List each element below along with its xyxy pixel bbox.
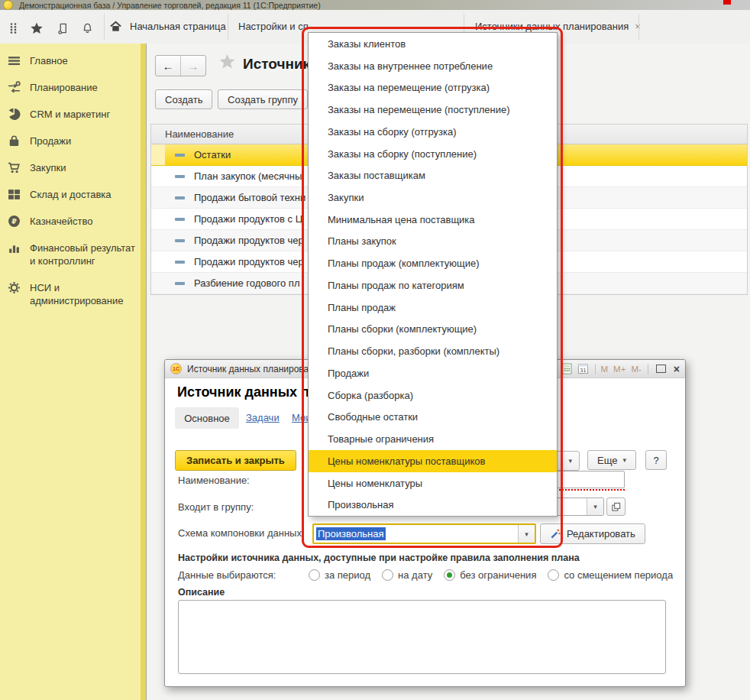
home-icon xyxy=(108,19,123,34)
ruble-icon: ₽ xyxy=(8,215,21,228)
dialog-tab-main[interactable]: Основное xyxy=(175,407,239,429)
titlebar-separator xyxy=(648,364,648,374)
calculator-icon[interactable] xyxy=(562,363,572,374)
radio-label: на дату xyxy=(398,569,432,581)
dropdown-item-label: Планы продаж (комплектующие) xyxy=(328,258,480,269)
dropdown-item[interactable]: Цены номенклатуры поставщиков xyxy=(309,450,557,472)
warehouse-icon xyxy=(8,188,21,201)
chevron-down-icon: ▾ xyxy=(622,456,626,464)
dropdown-item[interactable]: Цены номенклатуры xyxy=(309,472,557,494)
main-menu-button[interactable] xyxy=(3,0,13,10)
dropdown-item[interactable]: Заказы на сборку (отгрузка) xyxy=(309,121,557,143)
more-button[interactable]: Еще ▾ xyxy=(587,450,636,470)
tab-home[interactable]: Начальная страница xyxy=(108,10,226,43)
save-and-close-button[interactable]: Записать и закрыть xyxy=(175,450,296,471)
name-field-label: Наименование: xyxy=(178,475,250,486)
back-arrow-icon[interactable]: ← xyxy=(156,56,181,76)
dropdown-item[interactable]: Планы продаж xyxy=(309,297,557,319)
dialog-header: Источник данных пл xyxy=(177,384,318,400)
edit-button[interactable]: Редактировать xyxy=(540,523,645,544)
sidebar-item[interactable]: Главное xyxy=(0,47,141,74)
dropdown-item[interactable]: Продажи xyxy=(309,362,557,384)
tab-home-label: Начальная страница xyxy=(130,21,226,32)
help-button[interactable]: ? xyxy=(645,450,667,470)
sidebar-item[interactable]: Продажи xyxy=(0,128,141,154)
planning-icon xyxy=(8,81,21,94)
sidebar-item[interactable]: Планирование xyxy=(0,74,141,101)
choose-from-list-button[interactable] xyxy=(606,497,626,516)
dialog-tab-tasks[interactable]: Задачи xyxy=(246,412,280,423)
page-favorite-star-icon[interactable] xyxy=(218,53,236,73)
dropdown-item[interactable]: Заказы на перемещение (отгрузка) xyxy=(309,76,557,99)
calc-m-button[interactable]: M xyxy=(601,365,609,374)
close-icon[interactable]: × xyxy=(674,363,680,375)
dropdown-item[interactable]: Планы закупок xyxy=(309,231,557,253)
dropdown-item[interactable]: Заказы поставщикам xyxy=(309,164,557,186)
description-textarea[interactable] xyxy=(178,600,666,674)
row-label: Продажи бытовой техни xyxy=(194,192,305,203)
sidebar-item-label: Продажи xyxy=(30,134,137,147)
radio-circle-icon xyxy=(382,569,393,581)
calc-m-plus-button[interactable]: M+ xyxy=(613,365,626,374)
radio-option[interactable]: на дату xyxy=(382,569,432,581)
dropdown-item-label: Произвольная xyxy=(328,499,394,510)
create-group-button[interactable]: Создать группу xyxy=(218,89,308,109)
sidebar-item[interactable]: CRM и маркетинг xyxy=(0,101,141,128)
favorites-star-icon[interactable] xyxy=(29,21,44,36)
dropdown-item[interactable]: Планы сборки, разборки (комплекты) xyxy=(309,340,557,362)
chart-icon xyxy=(8,241,21,254)
sidebar-item-label: CRM и маркетинг xyxy=(30,108,137,121)
element-icon xyxy=(165,154,194,157)
dropdown-item[interactable]: Произвольная xyxy=(309,494,557,516)
row-indent xyxy=(151,166,165,186)
chevron-down-icon[interactable]: ▾ xyxy=(587,498,603,515)
calc-m-minus-button[interactable]: M- xyxy=(631,365,641,374)
dropdown-item[interactable]: Товарные ограничения xyxy=(309,428,557,450)
dropdown-item[interactable]: Планы продаж (комплектующие) xyxy=(309,252,557,274)
notifications-bell-icon[interactable] xyxy=(79,21,95,36)
more-button-label: Еще xyxy=(597,455,617,466)
sidebar-item[interactable]: НСИ и администрирование xyxy=(0,274,141,314)
sidebar-scroll-strip[interactable] xyxy=(141,44,146,700)
radio-option[interactable]: без ограничения xyxy=(444,569,536,581)
dropdown-item-label: Заказы поставщикам xyxy=(328,170,425,181)
element-icon xyxy=(165,239,194,242)
dropdown-item-label: Продажи xyxy=(328,368,369,379)
radio-option[interactable]: за период xyxy=(309,569,370,581)
dropdown-list: Заказы клиентов Заказы на внутреннее пот… xyxy=(308,32,558,517)
dropdown-item[interactable]: Заказы клиентов xyxy=(309,33,557,55)
edit-button-label: Редактировать xyxy=(567,528,635,540)
toolbar-separator xyxy=(104,14,105,40)
sidebar-item[interactable]: Закупки xyxy=(0,154,141,181)
dropdown-item[interactable]: Заказы на перемещение (поступление) xyxy=(309,99,557,121)
sidebar-item[interactable]: Склад и доставка xyxy=(0,181,141,208)
dropdown-item[interactable]: Планы продаж по категориям xyxy=(309,274,557,297)
row-label: Продажи продуктов чер xyxy=(194,235,304,246)
schema-combobox[interactable]: Произвольная ▾ xyxy=(312,523,536,544)
radio-option[interactable]: со смещением периода xyxy=(548,569,673,581)
tab-sources-label: Источники данных планирования xyxy=(475,21,629,32)
tab-settings[interactable]: Настройки и сп xyxy=(238,10,309,43)
dropdown-item[interactable]: Закупки xyxy=(309,186,557,209)
settings-section-header: Настройки источника данных, доступные пр… xyxy=(178,553,580,563)
calendar-icon[interactable]: 31 xyxy=(577,363,589,374)
row-indent xyxy=(151,187,165,208)
maximize-icon[interactable] xyxy=(656,365,666,373)
dropdown-item[interactable]: Заказы на внутреннее потребление xyxy=(309,55,557,77)
dropdown-item[interactable]: Планы сборки (комплектующие) xyxy=(309,319,557,341)
dropdown-item-label: Заказы на перемещение (поступление) xyxy=(328,104,510,115)
dropdown-item[interactable]: Сборка (разборка) xyxy=(309,384,557,407)
chevron-down-icon[interactable]: ▾ xyxy=(518,525,535,543)
radio-label: за период xyxy=(325,569,370,581)
history-icon[interactable] xyxy=(55,21,70,36)
dropdown-item[interactable]: Свободные остатки xyxy=(309,406,557,428)
service-menu-icon[interactable] xyxy=(6,21,21,36)
sidebar-item[interactable]: ₽ Казначейство xyxy=(0,208,141,235)
dropdown-item-label: Заказы клиентов xyxy=(328,38,406,50)
create-button[interactable]: Создать xyxy=(155,89,212,109)
row-label: План закупок (месячны xyxy=(194,170,302,182)
dropdown-item[interactable]: Заказы на сборку (поступление) xyxy=(309,143,557,165)
sidebar-item[interactable]: Финансовый результат и контроллинг xyxy=(0,235,141,274)
dropdown-item[interactable]: Минимальная цена поставщика xyxy=(309,209,557,231)
forward-arrow-icon[interactable]: → xyxy=(181,56,205,76)
